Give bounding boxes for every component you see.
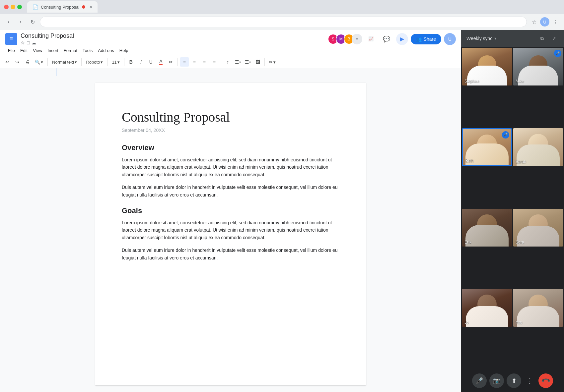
overview-heading: Overview xyxy=(122,143,339,152)
back-button[interactable]: ‹ xyxy=(4,17,13,27)
video-grid: Stephen Mike 🎤 Beth 🎤 xyxy=(461,47,564,369)
align-center-button[interactable]: ≡ xyxy=(190,57,199,67)
overview-paragraph-1: Lorem ipsum dolor sit amet, consectetuer… xyxy=(122,156,339,178)
align-right-button[interactable]: ≡ xyxy=(200,57,209,67)
star-icon[interactable]: ☆ xyxy=(21,40,25,45)
text-style-label: Normal text xyxy=(52,60,74,65)
collaborators-group: S M B ≡ xyxy=(328,34,362,44)
mute-button[interactable]: 🎤 xyxy=(472,373,487,388)
ruler xyxy=(0,68,461,76)
participant-name-beth: Beth xyxy=(465,158,474,163)
insert-image-button[interactable]: 🖼 xyxy=(253,57,262,67)
edit-mode-arrow: ▾ xyxy=(273,60,276,65)
menu-tools[interactable]: Tools xyxy=(80,47,95,54)
text-color-icon: A xyxy=(159,59,162,65)
video-cell-sora: Sora xyxy=(513,209,563,247)
meeting-name-label: Weekly sync ▾ xyxy=(466,36,496,41)
document-title[interactable]: Consulting Proposal xyxy=(21,32,74,39)
docs-title-info: Consulting Proposal ☆ □ ☁ xyxy=(21,32,74,45)
folder-icon[interactable]: □ xyxy=(27,40,30,45)
cloud-icon[interactable]: ☁ xyxy=(32,40,36,45)
text-style-dropdown[interactable]: Normal text ▾ xyxy=(50,58,79,66)
doc-date: September 04, 20XX xyxy=(122,128,339,133)
meet-button[interactable]: ▶ xyxy=(396,33,408,45)
tab-recording-indicator xyxy=(82,5,85,9)
docs-title-icons: ☆ □ ☁ xyxy=(21,40,74,45)
refresh-button[interactable]: ↻ xyxy=(28,17,37,27)
docs-title-row: ≡ Consulting Proposal ☆ □ ☁ S xyxy=(5,32,456,45)
share-people-icon: 👥 xyxy=(416,36,422,42)
redo-button[interactable]: ↪ xyxy=(13,57,22,67)
font-label: Roboto xyxy=(86,60,100,65)
more-options-button[interactable]: ⋮ xyxy=(524,375,536,387)
font-size-arrow: ▾ xyxy=(117,60,120,65)
italic-button[interactable]: I xyxy=(136,57,146,67)
participant-name-jo: Jo xyxy=(464,320,469,325)
menu-insert[interactable]: Insert xyxy=(45,47,61,54)
numbered-list-button[interactable]: ☰▾ xyxy=(243,57,252,67)
browser-chrome: 📄 Consulting Proposal ✕ ‹ › ↻ ☆ U ⋮ xyxy=(0,0,564,30)
pip-button[interactable]: ⧉ xyxy=(537,34,547,43)
numbered-arrow: ▾ xyxy=(249,60,251,64)
bookmark-icon[interactable]: ☆ xyxy=(529,17,539,27)
docs-toolbar: ↩ ↪ 🖨 🔍 ▾ Normal text ▾ Roboto ▾ 11 ▾ xyxy=(0,56,461,68)
font-dropdown[interactable]: Roboto ▾ xyxy=(84,58,105,66)
overview-section: Overview Lorem ipsum dolor sit amet, con… xyxy=(122,143,339,198)
tab-close-button[interactable]: ✕ xyxy=(89,5,92,9)
menu-file[interactable]: File xyxy=(5,47,18,54)
menu-edit[interactable]: Edit xyxy=(18,47,30,54)
video-call-sidebar: Weekly sync ▾ ⧉ ⤢ Stephen xyxy=(461,30,564,392)
edit-mode-dropdown[interactable]: ✏ ▾ xyxy=(267,58,278,66)
menu-view[interactable]: View xyxy=(30,47,45,54)
edit-mode-icon: ✏ xyxy=(269,60,273,65)
browser-tab[interactable]: 📄 Consulting Proposal ✕ xyxy=(27,1,98,13)
expand-button[interactable]: ⤢ xyxy=(549,34,559,43)
justify-button[interactable]: ≡ xyxy=(210,57,219,67)
bullets-icon: ☰ xyxy=(235,59,239,65)
video-cell-stephen: Stephen xyxy=(462,48,512,85)
overview-paragraph-2: Duis autem vel eum iriure dolor in hendr… xyxy=(122,184,339,198)
share-button[interactable]: 👥 Share xyxy=(411,34,441,44)
docs-menu-bar: File Edit View Insert Format Tools Add-o… xyxy=(5,47,456,56)
zoom-dropdown[interactable]: 🔍 ▾ xyxy=(33,58,45,66)
close-window-button[interactable] xyxy=(4,5,9,9)
docs-title-left: ≡ Consulting Proposal ☆ □ ☁ xyxy=(5,32,74,45)
undo-button[interactable]: ↩ xyxy=(3,57,12,67)
tab-docs-icon: 📄 xyxy=(33,4,38,10)
browser-window-controls xyxy=(4,5,22,9)
zoom-value: 🔍 xyxy=(35,60,40,65)
video-call-controls: 🎤 📷 ⬆ ⋮ 📞 xyxy=(461,369,564,392)
menu-addons[interactable]: Add-ons xyxy=(95,47,116,54)
line-spacing-button[interactable]: ↕ xyxy=(223,57,233,67)
docs-content[interactable]: Consulting Proposal September 04, 20XX O… xyxy=(0,76,461,392)
present-button[interactable]: ⬆ xyxy=(507,373,521,388)
menu-help[interactable]: Help xyxy=(117,47,131,54)
mute-icon: 🎤 xyxy=(476,377,483,384)
more-collaborators-button[interactable]: ≡ xyxy=(352,34,362,44)
browser-menu-icon[interactable]: ⋮ xyxy=(551,17,560,27)
forward-button[interactable]: › xyxy=(16,17,25,27)
share-label: Share xyxy=(424,36,436,42)
bold-button[interactable]: B xyxy=(126,57,136,67)
bullets-button[interactable]: ☰▾ xyxy=(233,57,243,67)
highlight-color-button[interactable]: ✏ xyxy=(166,57,176,67)
underline-button[interactable]: U xyxy=(146,57,156,67)
minimize-window-button[interactable] xyxy=(11,5,15,9)
toolbar-separator-3 xyxy=(107,58,107,66)
camera-button[interactable]: 📷 xyxy=(489,373,504,388)
end-call-button[interactable]: 📞 xyxy=(538,373,553,388)
comments-button[interactable]: 💬 xyxy=(380,33,393,45)
menu-format[interactable]: Format xyxy=(61,47,80,54)
address-bar[interactable] xyxy=(40,17,527,27)
activity-button[interactable]: 📈 xyxy=(365,34,377,43)
text-color-button[interactable]: A xyxy=(156,57,166,67)
font-size-value: 11 xyxy=(112,60,116,65)
maximize-window-button[interactable] xyxy=(17,5,22,9)
present-icon: ⬆ xyxy=(512,377,517,384)
font-size-dropdown[interactable]: 11 ▾ xyxy=(109,58,122,66)
user-avatar-nav[interactable]: U xyxy=(540,17,549,27)
print-button[interactable]: 🖨 xyxy=(23,57,32,67)
align-left-button[interactable]: ≡ xyxy=(180,57,189,67)
user-avatar-header[interactable]: U xyxy=(444,33,456,45)
docs-icon-symbol: ≡ xyxy=(10,35,13,42)
